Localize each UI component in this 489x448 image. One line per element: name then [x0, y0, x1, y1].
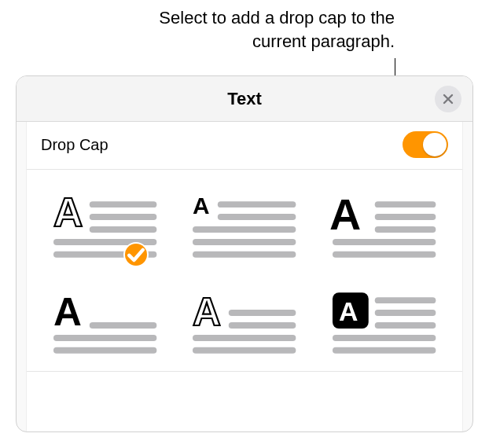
- svg-rect-16: [374, 214, 436, 220]
- svg-text:A: A: [193, 193, 210, 218]
- close-button[interactable]: [435, 86, 461, 112]
- drop-cap-row: Drop Cap: [27, 122, 462, 170]
- svg-rect-19: [333, 252, 436, 258]
- svg-rect-5: [90, 226, 157, 233]
- svg-rect-23: [53, 347, 156, 354]
- svg-rect-27: [193, 335, 296, 341]
- svg-rect-22: [53, 335, 156, 341]
- svg-rect-18: [333, 239, 436, 245]
- svg-text:A: A: [339, 296, 358, 326]
- svg-rect-3: [90, 201, 157, 207]
- callout-text: Select to add a drop cap to the current …: [143, 6, 395, 53]
- dropcap-style-3[interactable]: A: [329, 192, 439, 261]
- svg-rect-13: [193, 252, 296, 258]
- svg-rect-32: [374, 310, 436, 316]
- svg-rect-21: [90, 322, 157, 329]
- drop-cap-label: Drop Cap: [41, 136, 108, 154]
- svg-text:A: A: [53, 192, 83, 235]
- selected-check-icon: [125, 244, 147, 266]
- panel-body: Drop Cap A: [26, 122, 463, 431]
- dropcap-style-1[interactable]: A: [50, 192, 160, 261]
- svg-rect-12: [193, 239, 296, 245]
- svg-rect-17: [374, 226, 436, 233]
- svg-rect-28: [193, 347, 296, 354]
- svg-rect-15: [374, 201, 436, 207]
- toggle-knob: [423, 133, 447, 156]
- svg-rect-31: [374, 297, 436, 303]
- svg-rect-25: [229, 310, 296, 316]
- text-panel: Text Drop Cap A: [16, 75, 473, 432]
- dropcap-style-2[interactable]: A: [189, 192, 299, 261]
- dropcap-style-4[interactable]: A: [50, 288, 160, 357]
- svg-rect-11: [193, 226, 296, 233]
- svg-text:A: A: [329, 192, 361, 239]
- svg-rect-35: [333, 347, 436, 354]
- svg-rect-26: [229, 322, 296, 329]
- dropcap-style-6[interactable]: A: [329, 288, 439, 357]
- svg-rect-4: [90, 214, 157, 220]
- drop-cap-toggle[interactable]: [403, 131, 448, 158]
- panel-header: Text: [17, 76, 472, 122]
- panel-title: Text: [227, 89, 262, 108]
- svg-rect-10: [218, 214, 296, 220]
- svg-rect-34: [333, 335, 436, 341]
- dropcap-style-5[interactable]: A: [189, 288, 299, 357]
- svg-text:A: A: [53, 290, 82, 334]
- svg-rect-33: [374, 322, 436, 329]
- svg-rect-9: [218, 201, 296, 207]
- close-icon: [443, 94, 454, 105]
- drop-cap-styles-grid: A: [27, 170, 462, 372]
- svg-text:A: A: [193, 290, 221, 334]
